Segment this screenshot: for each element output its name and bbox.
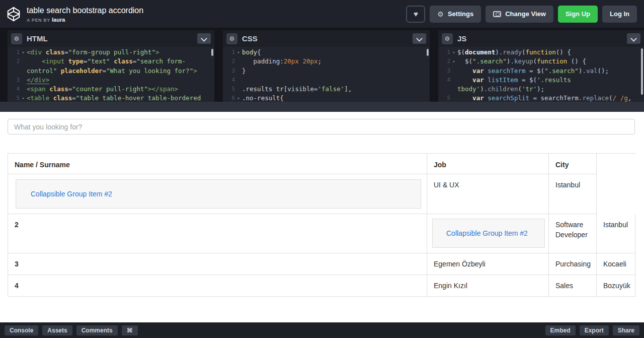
accordion-panel: Collapsible Group Item #2	[432, 219, 545, 248]
bottom-bar: Console Assets Comments ⌘ Embed Export S…	[0, 322, 644, 338]
css-panel-title: CSS	[242, 34, 258, 43]
editor-preview-resizer[interactable]	[0, 102, 644, 112]
css-code-editor[interactable]: 1▾body{2 padding:20px 20px;3}45.results …	[223, 47, 430, 102]
comments-button[interactable]: Comments	[76, 325, 118, 335]
console-button[interactable]: Console	[5, 325, 38, 335]
css-panel-header: ⚙ CSS	[223, 30, 430, 47]
byline-prefix: A PEN BY	[27, 18, 50, 23]
js-code-editor[interactable]: 1▾$(document).ready(function() {2▾ $(".s…	[438, 47, 644, 102]
table-row: 4 Engin Kızıl Sales Bozuyük	[8, 275, 635, 297]
table-row: 3 Egemen Özbeyli Purchasing Kocaeli	[8, 253, 635, 275]
row-number-cell: 2	[8, 214, 427, 253]
accordion-cell: Collapsible Group Item #2	[427, 214, 549, 253]
js-scrollbar-thumb[interactable]	[641, 48, 643, 95]
js-editor-panel: ⚙ JS 1▾$(document).ready(function() {2▾ …	[438, 30, 644, 102]
css-collapse-chevron-icon[interactable]	[413, 33, 426, 44]
js-panel-title: JS	[457, 34, 466, 43]
header-actions: ♥ ⚙ Settings Change View Sign Up Log In	[406, 6, 637, 23]
col-header-job: Job	[427, 154, 549, 174]
accordion-cell: Collapsible Group Item #2	[8, 174, 427, 214]
accordion-panel: Collapsible Group Item #2	[16, 179, 421, 209]
name-cell: Egemen Özbeyli	[427, 253, 549, 275]
pen-title-block: table search bootstrap accordion A PEN B…	[27, 6, 143, 23]
assets-button[interactable]: Assets	[42, 325, 72, 335]
collapsible-group-link[interactable]: Collapsible Group Item #2	[31, 189, 112, 199]
name-cell: Engin Kızıl	[427, 275, 549, 297]
author-link[interactable]: laura	[52, 17, 65, 23]
log-in-button[interactable]: Log In	[602, 6, 637, 23]
change-view-button[interactable]: Change View	[486, 6, 553, 23]
table-row: Collapsible Group Item #2 UI & UX Istanb…	[8, 174, 635, 214]
footer-right-actions: Embed Export Share	[545, 325, 639, 335]
keyboard-shortcuts-button[interactable]: ⌘	[122, 325, 138, 335]
city-cell: Istanbul	[549, 174, 597, 214]
col-header-name-surname: Name / Surname	[8, 154, 427, 174]
results-table: Name / Surname Job City Collapsible Grou…	[8, 153, 635, 297]
gear-icon: ⚙	[437, 10, 444, 18]
html-panel-header: ⚙ HTML	[8, 30, 214, 47]
search-input[interactable]	[8, 119, 635, 134]
js-panel-header: ⚙ JS	[438, 30, 644, 47]
job-cell: Sales	[549, 275, 597, 297]
like-button[interactable]: ♥	[406, 6, 425, 23]
css-editor-panel: ⚙ CSS 1▾body{2 padding:20px 20px;3}45.re…	[223, 30, 430, 102]
view-icon	[493, 11, 501, 17]
embed-button[interactable]: Embed	[545, 325, 576, 335]
table-row: 2 Collapsible Group Item #2 Software Dev…	[8, 214, 635, 253]
row-number-cell: 3	[8, 253, 427, 275]
pen-title: table search bootstrap accordion	[27, 6, 143, 16]
collapsible-group-link[interactable]: Collapsible Group Item #2	[446, 228, 528, 238]
city-cell: Istanbul	[597, 214, 635, 253]
html-scrollbar-thumb[interactable]	[211, 49, 213, 56]
col-header-city: City	[549, 154, 597, 174]
codepen-logo-icon[interactable]	[6, 7, 21, 22]
export-button[interactable]: Export	[580, 325, 609, 335]
job-cell: Software Developer	[549, 214, 597, 253]
sign-up-button[interactable]: Sign Up	[558, 6, 598, 23]
table-header-row: Name / Surname Job City	[8, 153, 635, 174]
job-cell: Purchasing	[549, 253, 597, 275]
editor-strip: ⚙ HTML 1▾<div class="form-group pull-rig…	[0, 28, 644, 112]
html-panel-title: HTML	[27, 34, 48, 43]
heart-icon: ♥	[414, 10, 418, 18]
html-settings-gear-icon[interactable]: ⚙	[11, 33, 22, 44]
html-editor-panel: ⚙ HTML 1▾<div class="form-group pull-rig…	[8, 30, 214, 102]
settings-button[interactable]: ⚙ Settings	[430, 6, 481, 23]
city-cell: Kocaeli	[597, 253, 635, 275]
row-number-cell: 4	[8, 275, 427, 297]
result-preview: Name / Surname Job City Collapsible Grou…	[0, 112, 644, 322]
city-cell: Bozuyük	[597, 275, 635, 297]
html-collapse-chevron-icon[interactable]	[197, 33, 211, 44]
js-settings-gear-icon[interactable]: ⚙	[442, 33, 453, 44]
html-code-editor[interactable]: 1▾<div class="form-group pull-right">2 <…	[8, 47, 214, 102]
share-button[interactable]: Share	[613, 325, 639, 335]
css-settings-gear-icon[interactable]: ⚙	[226, 33, 237, 44]
job-cell: UI & UX	[427, 174, 549, 214]
pen-byline: A PEN BYlaura	[27, 17, 143, 23]
top-header: table search bootstrap accordion A PEN B…	[0, 0, 644, 28]
js-collapse-chevron-icon[interactable]	[627, 33, 640, 44]
css-scrollbar-thumb[interactable]	[427, 49, 429, 56]
